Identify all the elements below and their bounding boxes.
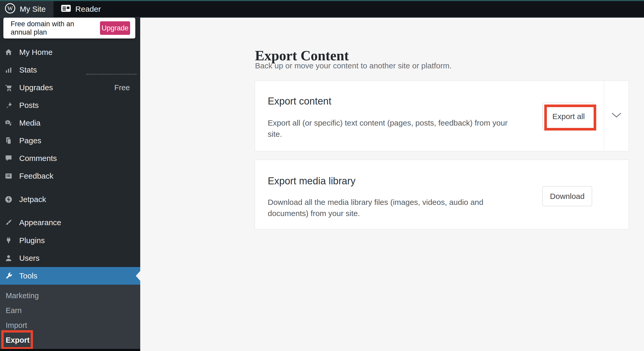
- brush-icon: [5, 219, 12, 226]
- upgrade-banner: Free domain with an annual plan Upgrade: [3, 18, 135, 38]
- download-button[interactable]: Download: [542, 186, 592, 206]
- sidebar-item-my-home[interactable]: My Home: [0, 43, 140, 61]
- reader-icon: [61, 4, 71, 15]
- sidebar-item-appearance[interactable]: Appearance: [0, 214, 140, 231]
- sidebar-item-stats[interactable]: Stats: [0, 61, 140, 79]
- expand-options-button[interactable]: [604, 81, 629, 151]
- stats-icon: [5, 66, 12, 74]
- sidebar-item-comments[interactable]: Comments: [0, 150, 140, 167]
- reader-tab[interactable]: Reader: [53, 1, 108, 17]
- sidebar-item-upgrades[interactable]: Upgrades Free: [0, 79, 140, 96]
- active-item-notch: [136, 271, 140, 281]
- media-icon: [5, 119, 12, 127]
- sidebar-item-jetpack[interactable]: Jetpack: [0, 191, 140, 208]
- comment-icon: [5, 154, 12, 162]
- reader-label: Reader: [75, 5, 101, 14]
- export-media-card: Export media library Download all the me…: [255, 160, 629, 229]
- upgrade-banner-text: Free domain with an annual plan: [11, 20, 86, 36]
- sidebar-bottom-strip: [0, 349, 140, 351]
- jetpack-icon: [5, 196, 12, 203]
- wordpress-logo-icon: W: [5, 3, 16, 16]
- sidebar-item-label: Appearance: [19, 218, 61, 227]
- admin-sidebar: Free domain with an annual plan Upgrade …: [0, 18, 140, 351]
- my-site-label: My Site: [20, 5, 46, 14]
- submenu-item-import[interactable]: Import: [0, 318, 140, 333]
- sidebar-item-media[interactable]: Media: [0, 114, 140, 132]
- stats-dotted-divider: [86, 74, 136, 75]
- cart-icon: [5, 84, 12, 92]
- feedback-icon: [5, 172, 12, 180]
- export-content-card: Export content Export all (or specific) …: [255, 81, 629, 151]
- wrench-icon: [5, 272, 12, 280]
- card-heading: Export media library: [268, 176, 355, 187]
- svg-text:W: W: [7, 5, 13, 12]
- sidebar-item-posts[interactable]: Posts: [0, 96, 140, 114]
- sidebar-item-label: Comments: [19, 154, 57, 163]
- submenu-item-earn[interactable]: Earn: [0, 303, 140, 318]
- home-icon: [5, 48, 12, 56]
- user-icon: [5, 254, 12, 262]
- card-description: Download all the media library files (im…: [268, 197, 517, 219]
- sidebar-item-label: Jetpack: [19, 195, 46, 204]
- sidebar-item-label: Upgrades: [19, 83, 53, 92]
- sidebar-item-label: Posts: [19, 101, 39, 110]
- free-plan-badge: Free: [114, 83, 130, 92]
- sidebar-item-pages[interactable]: Pages: [0, 132, 140, 150]
- wordpress-admin-screen: W My Site Reader Free domain with an ann…: [0, 0, 644, 351]
- sidebar-item-label: Stats: [19, 66, 37, 74]
- sidebar-item-label: Plugins: [19, 236, 45, 245]
- export-all-button[interactable]: Export all: [542, 103, 595, 130]
- sidebar-item-label: Users: [19, 254, 39, 263]
- plug-icon: [5, 237, 12, 244]
- pages-icon: [5, 137, 12, 145]
- masthead: W My Site Reader: [0, 1, 644, 18]
- upgrade-button[interactable]: Upgrade: [100, 21, 130, 35]
- sidebar-item-tools[interactable]: Tools: [0, 267, 140, 285]
- page-subtitle: Back up or move your content to another …: [255, 61, 452, 70]
- card-description: Export all (or specific) text content (p…: [268, 117, 517, 140]
- sidebar-item-label: Media: [19, 119, 41, 127]
- tools-submenu: Marketing Earn Import Export: [0, 285, 140, 349]
- submenu-item-marketing[interactable]: Marketing: [0, 288, 140, 303]
- pushpin-icon: [5, 101, 12, 109]
- submenu-item-export[interactable]: Export: [0, 333, 140, 348]
- sidebar-item-users[interactable]: Users: [0, 249, 140, 267]
- main-content: Export Content Back up or move your cont…: [140, 18, 644, 351]
- card-heading: Export content: [268, 96, 331, 107]
- sidebar-item-label: My Home: [19, 48, 52, 57]
- my-site-tab[interactable]: W My Site: [0, 1, 53, 17]
- chevron-down-icon: [612, 113, 621, 119]
- sidebar-item-plugins[interactable]: Plugins: [0, 232, 140, 249]
- sidebar-item-label: Feedback: [19, 172, 53, 180]
- sidebar-item-feedback[interactable]: Feedback: [0, 167, 140, 185]
- sidebar-item-label: Tools: [19, 271, 37, 280]
- sidebar-item-label: Pages: [19, 136, 41, 145]
